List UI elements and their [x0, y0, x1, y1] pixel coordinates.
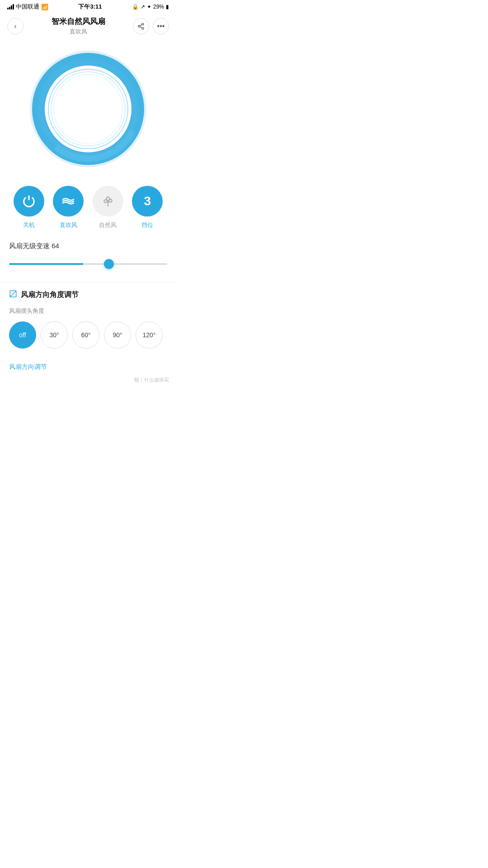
header-center: 智米自然风风扇 直吹风 — [23, 16, 133, 36]
lock-icon: 🔒 — [132, 4, 139, 10]
status-left: 中国联通 📶 — [7, 3, 48, 11]
angle-btn-60[interactable]: 60° — [72, 321, 99, 349]
straight-wind-button[interactable] — [53, 186, 84, 217]
direction-header: 风扇方向角度调节 — [9, 290, 167, 300]
level-control[interactable]: 3 挡位 — [132, 186, 163, 229]
power-label: 关机 — [23, 221, 35, 229]
level-button[interactable]: 3 — [132, 186, 163, 217]
level-label: 挡位 — [141, 221, 153, 229]
page-header: ‹ 智米自然风风扇 直吹风 ••• — [0, 13, 176, 41]
speed-value: 64 — [52, 242, 59, 250]
straight-wind-control[interactable]: 直吹风 — [53, 186, 84, 229]
controls-row: 关机 直吹风 自然风 3 挡位 — [0, 181, 176, 233]
direction-adjust-link[interactable]: 风扇方向调节 — [0, 358, 176, 375]
level-value: 3 — [144, 194, 151, 208]
page-subtitle: 直吹风 — [23, 28, 133, 36]
power-button[interactable] — [14, 186, 44, 217]
speed-title: 风扇无级变速 64 — [9, 242, 167, 250]
fan-ring — [29, 50, 147, 168]
natural-wind-control[interactable]: 自然风 — [93, 186, 123, 229]
speed-slider-container — [9, 258, 167, 270]
direction-section: 风扇方向角度调节 风扇摆头角度 off 30° 60° 90° 120° — [0, 290, 176, 358]
divider — [0, 282, 176, 283]
straight-wind-label: 直吹风 — [60, 221, 77, 229]
speed-section: 风扇无级变速 64 — [0, 233, 176, 275]
watermark: 植｜什么值得买 — [0, 375, 176, 388]
svg-line-4 — [140, 24, 142, 26]
power-control[interactable]: 关机 — [14, 186, 44, 229]
direction-title: 风扇方向角度调节 — [21, 290, 79, 300]
status-right: 🔒 ↗ ✦ 29% ▮ — [132, 4, 169, 10]
svg-line-13 — [10, 291, 16, 297]
fan-visual — [0, 41, 176, 181]
carrier-label: 中国联通 — [16, 3, 39, 11]
svg-point-0 — [142, 23, 144, 25]
battery-icon: ▮ — [166, 4, 169, 10]
back-button[interactable]: ‹ — [7, 18, 23, 34]
more-button[interactable]: ••• — [153, 18, 169, 34]
bluetooth-icon: ✦ — [147, 4, 151, 10]
natural-wind-label: 自然风 — [99, 221, 117, 229]
header-actions: ••• — [133, 18, 169, 34]
status-time: 下午3:11 — [78, 3, 102, 11]
angle-btn-off[interactable]: off — [9, 321, 36, 349]
location-icon: ↗ — [141, 4, 145, 10]
wifi-icon: 📶 — [41, 4, 48, 10]
speed-slider[interactable] — [9, 263, 167, 265]
svg-point-1 — [138, 25, 140, 27]
angle-btn-90[interactable]: 90° — [104, 321, 131, 349]
svg-point-2 — [142, 27, 144, 29]
battery-label: 29% — [153, 4, 164, 10]
angle-sub-label: 风扇摆头角度 — [9, 307, 167, 315]
svg-line-3 — [140, 27, 142, 28]
page-title: 智米自然风风扇 — [23, 16, 133, 27]
angle-btn-120[interactable]: 120° — [136, 321, 163, 349]
share-button[interactable] — [133, 18, 149, 34]
signal-icon — [7, 4, 14, 9]
natural-wind-button[interactable] — [93, 186, 123, 217]
svg-point-11 — [56, 76, 121, 142]
status-bar: 中国联通 📶 下午3:11 🔒 ↗ ✦ 29% ▮ — [0, 0, 176, 13]
direction-icon — [9, 290, 17, 300]
angle-btn-30[interactable]: 30° — [41, 321, 68, 349]
angle-buttons: off 30° 60° 90° 120° — [9, 321, 167, 349]
